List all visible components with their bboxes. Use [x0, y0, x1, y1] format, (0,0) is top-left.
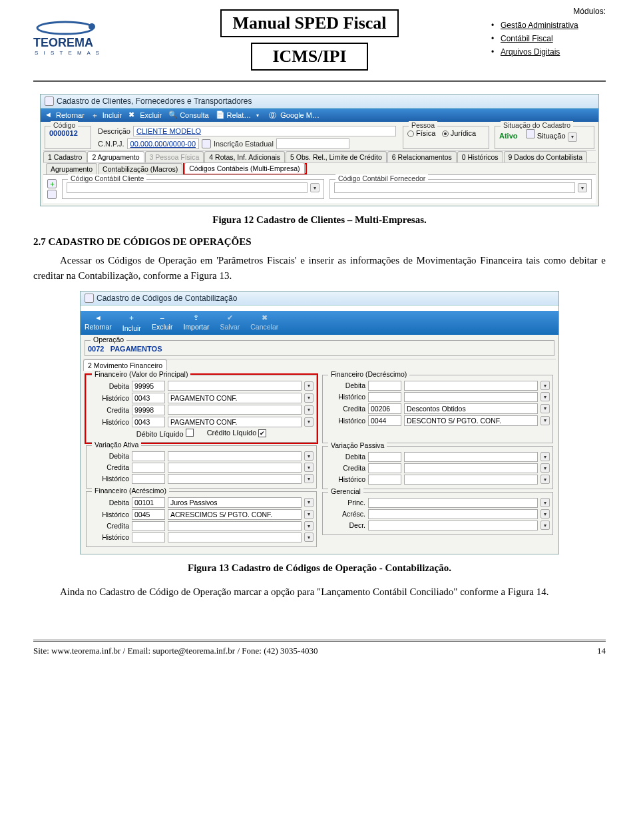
chevron-down-icon[interactable]: ▾: [304, 474, 314, 483]
add-row-icon[interactable]: ＋: [47, 179, 57, 188]
ge-princ[interactable]: [368, 498, 538, 508]
va-debita[interactable]: [132, 451, 165, 461]
fp-hist1-code[interactable]: 0043: [132, 393, 165, 403]
chevron-down-icon[interactable]: ▾: [540, 381, 550, 390]
vp-hist[interactable]: [368, 475, 401, 485]
op-name: PAGAMENTOS: [110, 345, 162, 353]
fp-hist2-desc[interactable]: PAGAMENTO CONF.: [168, 417, 302, 427]
fa-debita-code[interactable]: 00101: [132, 497, 165, 508]
vp-debita[interactable]: [368, 452, 401, 462]
tab-obs[interactable]: 5 Obs. Rel., Limite de Crédito: [286, 151, 387, 162]
chevron-down-icon[interactable]: ▾: [304, 451, 314, 461]
excluir-button[interactable]: –Excluir: [152, 314, 173, 332]
cnpj-input[interactable]: 00.000.000/0000-00: [127, 138, 199, 149]
fig13-window: Cadastro de Códigos de Contabilização ◄R…: [80, 291, 559, 554]
chevron-down-icon[interactable]: ▾: [304, 532, 314, 542]
tab-relacionamentos[interactable]: 6 Relacionamentos: [387, 151, 457, 162]
subtab-contabilizacao[interactable]: Contabilização (Macros): [98, 163, 182, 174]
tab-pessoa-fisica[interactable]: 3 Pessoa Física: [145, 151, 204, 162]
fd-hist1[interactable]: [368, 392, 401, 402]
chevron-down-icon[interactable]: ▾: [540, 404, 550, 413]
situacao-button[interactable]: Situação: [537, 132, 566, 140]
tab-historicos[interactable]: 0 Históricos: [457, 151, 503, 162]
chevron-down-icon[interactable]: ▾: [304, 521, 314, 530]
fa-hist-desc[interactable]: ACRESCIMOS S/ PGTO. CONF.: [168, 509, 302, 520]
debliq-checkbox[interactable]: [186, 429, 194, 437]
fd-debita[interactable]: [368, 381, 401, 391]
fig12-titlebar: Cadastro de Clientes, Fornecedores e Tra…: [41, 95, 598, 108]
salvar-button[interactable]: ✔Salvar: [220, 314, 240, 332]
descricao-input[interactable]: CLIENTE MODELO: [133, 126, 396, 136]
va-credita[interactable]: [132, 463, 165, 473]
incluir-button[interactable]: ＋Incluir: [91, 110, 122, 120]
fp-hist1-desc[interactable]: PAGAMENTO CONF.: [168, 393, 302, 403]
cod-fornecedor-input[interactable]: [334, 182, 575, 193]
chevron-down-icon[interactable]: ▾: [304, 498, 314, 507]
lbl-debita: Debita: [89, 382, 129, 390]
chevron-down-icon[interactable]: ▾: [310, 183, 320, 192]
fa-debita-desc[interactable]: Juros Passivos: [168, 497, 302, 508]
fa-hist-code[interactable]: 0045: [132, 509, 165, 520]
lbl-historico: Histórico: [325, 475, 365, 483]
cod-cliente-input[interactable]: [67, 182, 308, 193]
tab-cadastro[interactable]: 1 Cadastro: [43, 151, 87, 162]
chevron-down-icon[interactable]: ▾: [540, 498, 550, 507]
retornar-button[interactable]: ◄Retornar: [85, 314, 112, 332]
ge-acresc[interactable]: [368, 509, 538, 519]
tab-rotas[interactable]: 4 Rotas, Inf. Adicionais: [204, 151, 285, 162]
fd-credita-desc[interactable]: Descontos Obtidos: [404, 403, 538, 414]
consulta-button[interactable]: 🔍Consulta: [168, 110, 208, 120]
relat-button[interactable]: 📄Relat…▾: [216, 110, 263, 120]
google-button[interactable]: ⓖGoogle M…: [269, 110, 320, 120]
tab-agrupamento[interactable]: 2 Agrupamento: [87, 151, 144, 162]
chevron-down-icon[interactable]: ▾: [304, 381, 314, 391]
pessoa-legend: Pessoa: [409, 121, 437, 129]
chevron-down-icon[interactable]: ▾: [540, 463, 550, 473]
excluir-button[interactable]: ✖Excluir: [128, 110, 162, 120]
radio-fisica[interactable]: Física: [407, 129, 435, 137]
section-heading: 2.7 CADASTRO DE CÓDIGOS DE OPERAÇÕES: [33, 236, 606, 248]
subtab-codigos-contabeis[interactable]: Códigos Contábeis (Multi-Empresa): [184, 162, 304, 174]
radio-juridica[interactable]: Jurídica: [442, 129, 477, 137]
chevron-down-icon[interactable]: ▾: [540, 475, 550, 484]
chevron-down-icon[interactable]: ▾: [540, 452, 550, 461]
cancelar-button[interactable]: ✖Cancelar: [250, 314, 278, 332]
chevron-down-icon[interactable]: ▾: [540, 392, 550, 401]
chevron-down-icon[interactable]: ▾: [304, 463, 314, 472]
chevron-down-icon[interactable]: ▾: [540, 509, 550, 519]
fp-debita-desc[interactable]: [168, 381, 302, 391]
chevron-down-icon[interactable]: ▾: [578, 183, 587, 192]
fp-debita-input[interactable]: 99995: [132, 381, 165, 391]
fp-credita-input[interactable]: 99998: [132, 405, 165, 415]
fa-hist2[interactable]: [132, 532, 165, 542]
ie-input[interactable]: [276, 138, 349, 149]
tab-movimento-financeiro[interactable]: 2 Movimento Financeiro: [83, 359, 167, 371]
fd-credita-code[interactable]: 00206: [368, 403, 401, 414]
fp-hist2-code[interactable]: 0043: [132, 417, 165, 427]
chevron-down-icon[interactable]: ▾: [540, 521, 550, 530]
chevron-down-icon[interactable]: ▾: [568, 132, 577, 142]
info-icon[interactable]: [202, 139, 211, 148]
chevron-down-icon[interactable]: ▾: [540, 416, 550, 425]
chevron-down-icon[interactable]: ▾: [304, 510, 314, 519]
tab-contabilista[interactable]: 9 Dados do Contabilista: [504, 151, 588, 162]
remove-row-icon[interactable]: [47, 190, 57, 199]
chevron-down-icon[interactable]: ▾: [304, 393, 314, 403]
situacao-icon[interactable]: [526, 129, 535, 138]
vp-credita[interactable]: [368, 463, 401, 473]
fp-credita-desc[interactable]: [168, 405, 302, 415]
fa-credita[interactable]: [132, 521, 165, 531]
fd-hist2-desc[interactable]: DESCONTO S/ PGTO. CONF.: [404, 415, 538, 426]
op-code[interactable]: 0072: [88, 345, 104, 353]
credliq-checkbox[interactable]: ✔: [258, 429, 266, 437]
fd-hist2-code[interactable]: 0044: [368, 415, 401, 426]
codigo-value[interactable]: 0000012: [49, 129, 78, 137]
chevron-down-icon[interactable]: ▾: [304, 405, 314, 415]
importar-button[interactable]: ⇪Importar: [183, 314, 209, 332]
chevron-down-icon[interactable]: ▾: [304, 417, 314, 427]
incluir-button[interactable]: ＋Incluir: [122, 314, 141, 332]
subtab-agrupamento[interactable]: Agrupamento: [46, 163, 97, 174]
va-hist[interactable]: [132, 474, 165, 484]
ge-decr[interactable]: [368, 521, 538, 530]
retornar-button[interactable]: ◄Retornar: [45, 110, 85, 120]
